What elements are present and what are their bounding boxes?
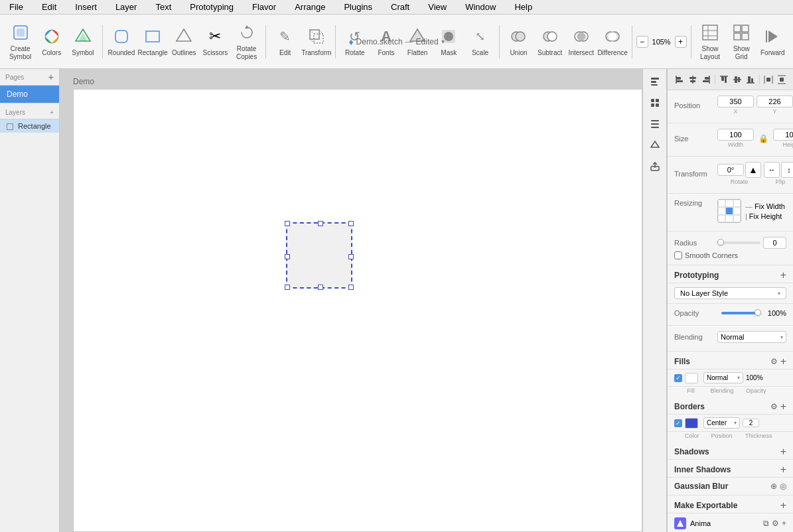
create-symbol-button[interactable]: Create Symbol xyxy=(5,19,35,65)
menu-craft[interactable]: Craft xyxy=(387,1,413,13)
handle-tr[interactable] xyxy=(348,221,354,226)
layer-item-rectangle[interactable]: Rectangle xyxy=(0,119,59,133)
align-center-h-button[interactable] xyxy=(687,74,699,86)
align-left-button[interactable] xyxy=(674,74,685,86)
align-middle-v-button[interactable] xyxy=(731,74,743,86)
opacity-slider[interactable] xyxy=(721,312,758,314)
resize-cell-mc[interactable] xyxy=(725,207,733,214)
handle-tl[interactable] xyxy=(285,221,290,226)
border-thickness-input[interactable] xyxy=(743,419,759,427)
distribute-h-button[interactable] xyxy=(762,74,774,86)
resize-cell-tc[interactable] xyxy=(725,200,733,207)
menu-view[interactable]: View xyxy=(424,1,451,13)
handle-bm[interactable] xyxy=(318,285,323,290)
borders-settings-button[interactable]: ⚙ xyxy=(770,402,778,411)
layers-panel-button[interactable] xyxy=(645,114,665,134)
add-border-button[interactable]: + xyxy=(780,401,786,413)
handle-ml[interactable] xyxy=(285,254,290,259)
menu-flavor[interactable]: Flavor xyxy=(248,1,280,13)
flip-h-button[interactable]: ↔ xyxy=(764,162,780,178)
intersect-button[interactable]: Intersect xyxy=(566,19,596,65)
fill-color-swatch[interactable] xyxy=(685,373,698,383)
width-input[interactable] xyxy=(717,129,754,141)
colors-button[interactable]: Colors xyxy=(36,19,66,65)
symbol-button[interactable]: Symbol xyxy=(68,19,98,65)
add-fill-button[interactable]: + xyxy=(780,356,786,367)
subtract-button[interactable]: Subtract xyxy=(535,19,565,65)
distribute-v-button[interactable] xyxy=(776,74,788,86)
rotate-copies-button[interactable]: Rotate Copies xyxy=(232,19,261,65)
inspector-panel-button[interactable] xyxy=(645,72,665,92)
anima-layers-button[interactable]: ⧉ xyxy=(763,519,769,528)
add-prototyping-button[interactable]: + xyxy=(780,269,786,281)
menu-window[interactable]: Window xyxy=(461,1,500,13)
transform-button[interactable]: Transform xyxy=(301,19,331,65)
blending-dropdown[interactable]: Normal ▾ xyxy=(717,331,786,343)
handle-tm[interactable] xyxy=(318,221,323,226)
resize-cell-tl[interactable] xyxy=(718,200,725,207)
canvas-area[interactable]: Demo xyxy=(60,69,642,532)
show-layout-button[interactable]: Show Layout xyxy=(695,19,725,65)
assets-panel-button[interactable] xyxy=(645,93,665,113)
components-panel-button[interactable] xyxy=(645,135,665,155)
align-right-button[interactable] xyxy=(700,74,712,86)
rotate-input[interactable] xyxy=(717,164,744,176)
rectangle-button[interactable]: Rectangle xyxy=(138,19,168,65)
radius-input[interactable] xyxy=(763,237,786,249)
zoom-out-button[interactable]: − xyxy=(636,36,648,48)
menu-text[interactable]: Text xyxy=(151,1,175,13)
anima-settings-button[interactable]: ⚙ xyxy=(772,519,779,528)
export-panel-button[interactable] xyxy=(645,157,665,176)
align-top-button[interactable] xyxy=(718,74,730,86)
add-shadow-button[interactable]: + xyxy=(780,446,786,458)
border-enabled-checkbox[interactable]: ✓ xyxy=(674,419,682,427)
smooth-corners-checkbox[interactable] xyxy=(674,251,682,259)
add-layer-button[interactable]: + xyxy=(50,109,54,116)
align-bottom-button[interactable] xyxy=(745,74,757,86)
radius-slider[interactable] xyxy=(717,241,760,244)
layer-style-dropdown[interactable]: No Layer Style ▾ xyxy=(674,287,786,299)
resize-cell-mr[interactable] xyxy=(733,207,741,214)
resize-cell-ml[interactable] xyxy=(718,207,725,214)
scale-button[interactable]: ⤡ Scale xyxy=(465,19,495,65)
menu-edit[interactable]: Edit xyxy=(38,1,60,13)
fills-settings-button[interactable]: ⚙ xyxy=(770,357,778,366)
gaussian-blur-expand-button[interactable]: ⊕ xyxy=(770,482,777,491)
flip-v-button[interactable]: ↕ xyxy=(781,162,793,178)
gaussian-blur-toggle-button[interactable]: ◎ xyxy=(780,482,786,491)
resize-cell-br[interactable] xyxy=(733,215,741,222)
page-item-demo[interactable]: Demo xyxy=(0,86,59,103)
scissors-button[interactable]: ✂ Scissors xyxy=(200,19,230,65)
resize-cell-bl[interactable] xyxy=(718,215,725,222)
border-position-dropdown[interactable]: Center ▾ xyxy=(703,417,740,429)
menu-help[interactable]: Help xyxy=(510,1,536,13)
rounded-button[interactable]: Rounded xyxy=(106,19,136,65)
union-button[interactable]: Union xyxy=(504,19,534,65)
menu-prototyping[interactable]: Prototyping xyxy=(186,1,238,13)
size-lock-icon[interactable]: 🔒 xyxy=(758,134,768,143)
height-input[interactable] xyxy=(773,129,793,141)
border-color-swatch[interactable] xyxy=(685,418,698,429)
menu-insert[interactable]: Insert xyxy=(71,1,101,13)
fill-blending-dropdown[interactable]: Normal ▾ xyxy=(703,372,743,383)
y-input[interactable] xyxy=(757,96,793,107)
menu-file[interactable]: File xyxy=(5,1,27,13)
zoom-in-button[interactable]: + xyxy=(675,36,687,48)
menu-plugins[interactable]: Plugins xyxy=(340,1,376,13)
rotate-up-button[interactable]: ▲ xyxy=(745,162,761,178)
resize-cell-tr[interactable] xyxy=(733,200,741,207)
edit-button[interactable]: ✎ Edit xyxy=(270,19,300,65)
show-grid-button[interactable]: Show Grid xyxy=(727,19,757,65)
add-page-button[interactable]: + xyxy=(48,72,54,82)
add-export-button[interactable]: + xyxy=(780,499,786,511)
menu-layer[interactable]: Layer xyxy=(111,1,141,13)
selected-shape[interactable] xyxy=(286,222,352,289)
handle-mr[interactable] xyxy=(348,254,354,259)
resize-grid[interactable] xyxy=(717,199,741,223)
resize-cell-bc[interactable] xyxy=(725,215,733,222)
outlines-button[interactable]: Outlines xyxy=(169,19,199,65)
anima-add-button[interactable]: + xyxy=(782,519,786,528)
handle-bl[interactable] xyxy=(285,285,290,290)
add-inner-shadow-button[interactable]: + xyxy=(780,464,786,476)
handle-br[interactable] xyxy=(348,285,354,290)
